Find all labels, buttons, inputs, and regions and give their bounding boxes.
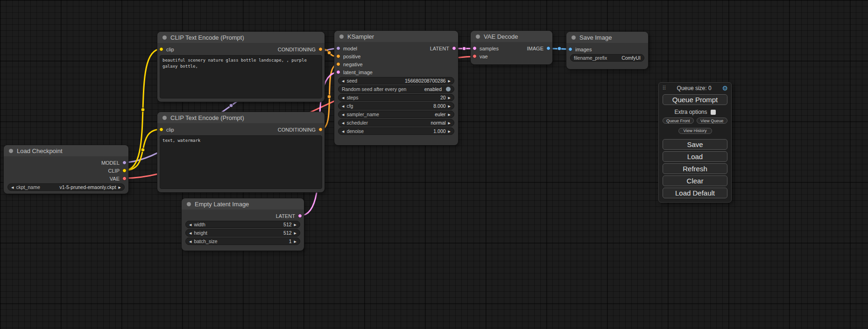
collapse-dot-icon[interactable] — [339, 35, 344, 39]
steps-widget[interactable]: ◀ steps 20 ▶ — [338, 94, 454, 101]
widget-label: cfg — [346, 103, 353, 109]
collapse-dot-icon[interactable] — [162, 35, 167, 40]
increment-arrow-icon[interactable]: ▶ — [294, 231, 296, 235]
collapse-dot-icon[interactable] — [9, 149, 13, 153]
output-slot-vae[interactable] — [122, 176, 127, 181]
prompt-textarea[interactable]: text, watermark — [160, 135, 322, 189]
view-history-row: View History — [659, 126, 731, 134]
input-slot-clip[interactable] — [159, 127, 163, 132]
decrement-arrow-icon[interactable]: ◀ — [189, 223, 191, 226]
cfg-widget[interactable]: ◀ cfg 8.000 ▶ — [338, 102, 454, 110]
slot-row-images: images — [566, 45, 648, 53]
output-label: CONDITIONING — [278, 47, 316, 52]
node-ksampler[interactable]: KSampler model LATENT positive negative … — [334, 31, 458, 145]
decrement-arrow-icon[interactable]: ◀ — [189, 231, 191, 235]
queue-front-button[interactable]: Queue Front — [663, 118, 694, 124]
increment-arrow-icon[interactable]: ▶ — [448, 113, 451, 116]
widget-label: steps — [346, 95, 358, 100]
gear-icon[interactable]: ⚙ — [722, 85, 728, 91]
input-slot-positive[interactable] — [336, 54, 340, 58]
clear-button[interactable]: Clear — [663, 175, 727, 186]
node-title-bar[interactable]: Empty Latent Image — [182, 198, 304, 210]
increment-arrow-icon[interactable]: ▶ — [294, 240, 296, 243]
prompt-textarea[interactable]: beautiful scenery nature glass bottle la… — [160, 55, 322, 98]
view-queue-button[interactable]: View Queue — [697, 118, 728, 124]
denoise-widget[interactable]: ◀ denoise 1.000 ▶ — [338, 127, 454, 135]
widget-value: 20 — [440, 95, 446, 100]
increment-arrow-icon[interactable]: ▶ — [448, 79, 451, 83]
output-slot-clip[interactable] — [122, 168, 127, 173]
scheduler-widget[interactable]: ◀ scheduler normal ▶ — [338, 119, 454, 126]
decrement-arrow-icon[interactable]: ◀ — [342, 105, 344, 108]
output-slot-conditioning[interactable] — [318, 127, 323, 132]
node-title: Empty Latent Image — [195, 201, 249, 208]
input-slot-samples[interactable] — [473, 46, 477, 50]
output-slot-model[interactable] — [122, 161, 127, 165]
load-default-button[interactable]: Load Default — [663, 188, 727, 198]
input-slot-images[interactable] — [568, 47, 572, 51]
node-clip-text-encode-positive[interactable]: CLIP Text Encode (Prompt) clip CONDITION… — [157, 32, 325, 102]
output-slot-latent[interactable] — [452, 46, 456, 50]
view-history-button[interactable]: View History — [678, 128, 712, 134]
collapse-dot-icon[interactable] — [476, 35, 480, 39]
sampler-name-widget[interactable]: ◀ sampler_name euler ▶ — [338, 111, 454, 118]
queue-prompt-button[interactable]: Queue Prompt — [663, 94, 727, 105]
input-slot-vae[interactable] — [473, 54, 477, 58]
node-title-bar[interactable]: CLIP Text Encode (Prompt) — [157, 32, 325, 43]
node-load-checkpoint[interactable]: Load Checkpoint MODEL CLIP VAE ◀ ckpt_na… — [4, 145, 128, 194]
increment-arrow-icon[interactable]: ▶ — [448, 105, 451, 108]
increment-arrow-icon[interactable]: ▶ — [448, 130, 451, 133]
widget-value: 1.000 — [433, 128, 445, 134]
decrement-arrow-icon[interactable]: ◀ — [189, 240, 191, 243]
extra-options-checkbox[interactable] — [711, 110, 716, 115]
node-title-bar[interactable]: VAE Decode — [471, 31, 552, 42]
node-save-image[interactable]: Save Image images filename_prefix ComfyU… — [566, 32, 648, 69]
output-slot-latent[interactable] — [298, 214, 302, 218]
height-widget[interactable]: ◀ height 512 ▶ — [185, 229, 300, 237]
output-row-vae: VAE — [4, 175, 128, 182]
decrement-arrow-icon[interactable]: ◀ — [342, 113, 344, 116]
link-dot-clip-positive — [141, 108, 145, 112]
output-row-model: MODEL — [4, 159, 128, 167]
decrement-arrow-icon[interactable]: ◀ — [11, 186, 14, 189]
increment-arrow-icon[interactable]: ▶ — [119, 186, 121, 189]
filename-prefix-widget[interactable]: filename_prefix ComfyUI — [570, 54, 644, 62]
width-widget[interactable]: ◀ width 512 ▶ — [185, 221, 300, 228]
node-canvas[interactable]: Load Checkpoint MODEL CLIP VAE ◀ ckpt_na… — [0, 0, 868, 329]
collapse-dot-icon[interactable] — [187, 202, 191, 206]
node-title-bar[interactable]: Save Image — [566, 32, 648, 43]
input-slot-negative[interactable] — [336, 62, 340, 66]
increment-arrow-icon[interactable]: ▶ — [448, 121, 451, 125]
random-seed-widget[interactable]: Random seed after every gen enabled — [338, 85, 454, 93]
output-label: LATENT — [276, 213, 295, 219]
output-slot-image[interactable] — [546, 46, 550, 50]
output-slot-conditioning[interactable] — [318, 47, 323, 51]
node-clip-text-encode-negative[interactable]: CLIP Text Encode (Prompt) clip CONDITION… — [157, 112, 325, 192]
decrement-arrow-icon[interactable]: ◀ — [342, 121, 344, 125]
node-vae-decode[interactable]: VAE Decode samples IMAGE vae — [471, 31, 552, 64]
input-slot-clip[interactable] — [159, 47, 163, 51]
collapse-dot-icon[interactable] — [162, 116, 167, 120]
node-empty-latent-image[interactable]: Empty Latent Image LATENT ◀ width 512 ▶ … — [182, 198, 304, 251]
decrement-arrow-icon[interactable]: ◀ — [342, 96, 344, 99]
node-title-bar[interactable]: CLIP Text Encode (Prompt) — [157, 112, 325, 123]
queue-size-label: Queue size: 0 — [666, 85, 722, 91]
refresh-button[interactable]: Refresh — [663, 163, 727, 174]
node-title-bar[interactable]: Load Checkpoint — [4, 145, 128, 156]
drag-handle-icon[interactable]: ⠿ — [662, 85, 666, 91]
load-button[interactable]: Load — [663, 151, 727, 162]
increment-arrow-icon[interactable]: ▶ — [294, 223, 296, 226]
input-slot-model[interactable] — [336, 46, 340, 50]
decrement-arrow-icon[interactable]: ◀ — [342, 79, 344, 83]
input-label: samples — [480, 46, 499, 51]
batch-size-widget[interactable]: ◀ batch_size 1 ▶ — [185, 238, 300, 245]
ckpt-name-widget[interactable]: ◀ ckpt_name v1-5-pruned-emaonly.ckpt ▶ — [7, 183, 125, 191]
decrement-arrow-icon[interactable]: ◀ — [342, 130, 344, 133]
seed-widget[interactable]: ◀ seed 156680208700286 ▶ — [338, 77, 454, 84]
collapse-dot-icon[interactable] — [572, 35, 576, 40]
save-button[interactable]: Save — [663, 139, 727, 150]
increment-arrow-icon[interactable]: ▶ — [448, 96, 451, 99]
node-title-bar[interactable]: KSampler — [334, 31, 458, 42]
input-slot-latent-image[interactable] — [336, 70, 340, 74]
toggle-dot-icon[interactable] — [446, 87, 451, 91]
